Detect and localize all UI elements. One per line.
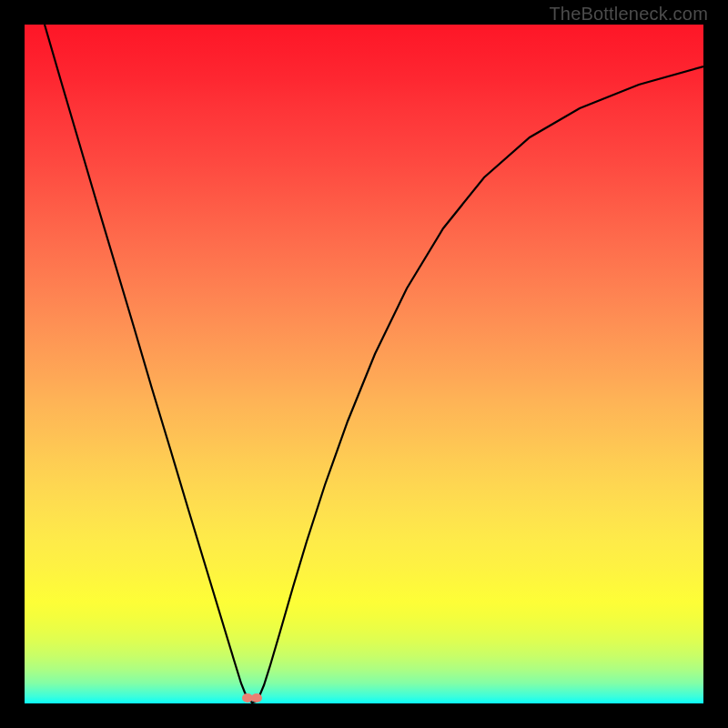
plot-area: [25, 25, 703, 703]
bottleneck-curve: [45, 25, 703, 703]
curve-svg: [25, 25, 703, 703]
min-marker-2: [251, 693, 262, 703]
watermark-text: TheBottleneck.com: [549, 4, 708, 25]
